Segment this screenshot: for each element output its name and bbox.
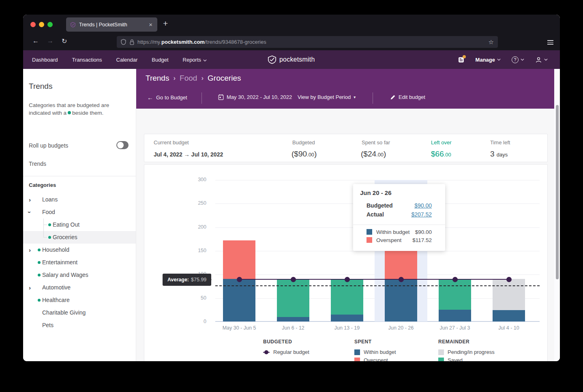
reload-button[interactable]: ↻: [62, 37, 67, 45]
sidebar-item-salary-and-wages[interactable]: Salary and Wages: [23, 269, 136, 281]
new-tab-button[interactable]: +: [163, 19, 168, 28]
pocketsmith-logo[interactable]: pocketsmith: [268, 50, 315, 69]
chevron-right-icon[interactable]: ›: [29, 246, 31, 253]
page-content: Trends Categories that are budgeted are …: [23, 69, 560, 361]
minimize-window-button[interactable]: [39, 22, 44, 27]
chevron-down-icon: [544, 58, 548, 61]
view-by-dropdown[interactable]: View by Budget Period ▾: [298, 94, 356, 100]
chart-tooltip: Jun 20 - 26 Budgeted$90.00Actual$207.52 …: [353, 184, 445, 251]
close-window-button[interactable]: [30, 22, 36, 27]
budgeted-dot: [48, 223, 51, 226]
chevron-down-icon[interactable]: ›: [26, 211, 33, 213]
sidebar-item-label: Eating Out: [53, 221, 79, 228]
tooltip-row-value-link[interactable]: $90.00: [414, 202, 432, 209]
legend-item-label: Saved: [448, 357, 463, 361]
desktop-background: Trends | PocketSmith × + ← → ↻ https://m…: [0, 0, 583, 392]
y-axis-tick-label: 0: [189, 319, 206, 324]
nav-item-dashboard[interactable]: Dashboard: [32, 57, 58, 63]
back-button[interactable]: ←: [32, 37, 39, 45]
nav-item-reports[interactable]: Reports: [183, 57, 207, 63]
bar-segment-saved[interactable]: [331, 279, 363, 315]
sidebar-item-loans[interactable]: ›Loans: [23, 193, 136, 206]
time-left-label: Time left: [490, 139, 510, 146]
sidebar-item-household[interactable]: ›Household: [23, 244, 136, 256]
trends-chart-card: 050100150200250300May 30 - Jun 5Jun 6 - …: [144, 164, 548, 361]
chevron-right-icon[interactable]: ›: [29, 196, 31, 203]
sidebar-item-pets[interactable]: Pets: [23, 319, 136, 332]
sidebar-item-entertainment[interactable]: Entertainment: [23, 256, 136, 269]
sidebar-item-label: Loans: [42, 196, 58, 203]
spent-so-far-value: ($24.00): [361, 150, 386, 159]
bar-segment-within-budget[interactable]: [493, 310, 525, 321]
regular-budget-point[interactable]: [345, 277, 350, 282]
x-axis-tick-label: Jun 6 - 12: [267, 325, 319, 331]
shield-permissions-icon[interactable]: [121, 39, 126, 45]
zoom-window-button[interactable]: [47, 22, 53, 27]
sidebar-item-automotive[interactable]: ›Automotive: [23, 281, 136, 294]
sidebar-item-charitable-giving[interactable]: Charitable Giving: [23, 306, 136, 319]
forward-button[interactable]: →: [47, 37, 54, 45]
legend-item-label: Overspent: [364, 357, 388, 361]
regular-budget-point[interactable]: [291, 277, 296, 282]
sidebar-item-food[interactable]: ›Food: [23, 206, 136, 218]
divider: [23, 176, 136, 176]
browser-tab[interactable]: Trends | PocketSmith ×: [66, 17, 157, 32]
nav-item-calendar[interactable]: Calendar: [116, 57, 138, 63]
budgeted-value: ($90.00): [292, 150, 317, 159]
regular-budget-point[interactable]: [399, 277, 404, 282]
sidebar-item-trends[interactable]: Trends: [29, 161, 46, 167]
bar-segment-saved[interactable]: [277, 279, 309, 317]
sidebar-item-groceries[interactable]: Groceries: [23, 231, 136, 244]
manage-menu[interactable]: Manage: [476, 57, 501, 63]
tooltip-breakdown-label: Overspent: [376, 237, 412, 243]
nav-item-budget[interactable]: Budget: [152, 57, 168, 63]
divider: [353, 225, 445, 225]
lock-icon[interactable]: [130, 39, 134, 45]
tooltip-breakdown-row: Overspent$117.52: [367, 236, 432, 244]
bar-segment-within-budget[interactable]: [331, 315, 363, 322]
bookmark-star-icon[interactable]: ☆: [489, 39, 494, 46]
bar-segment-saved[interactable]: [439, 279, 471, 310]
date-range-picker[interactable]: May 30, 2022 - Jul 10, 2022: [218, 94, 292, 100]
tooltip-row-budgeted: Budgeted$90.00: [367, 201, 432, 210]
budgeted-dot: [38, 274, 41, 276]
x-axis-tick-label: Jun 20 - 26: [375, 325, 427, 331]
regular-budget-point[interactable]: [452, 277, 458, 282]
help-menu[interactable]: ?: [512, 56, 524, 63]
legend-item-within-budget: Within budget: [354, 349, 396, 355]
legend-item-label: Regular budget: [273, 349, 309, 355]
tooltip-breakdown-value: $90.00: [415, 229, 432, 235]
bar-segment-overspent[interactable]: [223, 240, 255, 279]
tooltip-breakdown-row: Within budget$90.00: [367, 228, 432, 236]
breadcrumb-item-trends[interactable]: Trends: [146, 74, 169, 83]
legend-group-title: SPENT: [354, 339, 372, 345]
y-axis-tick-label: 150: [189, 248, 206, 253]
scrollbar-thumb[interactable]: [556, 105, 559, 279]
bar-segment-within-budget[interactable]: [277, 317, 309, 321]
sidebar-item-healthcare[interactable]: Healthcare: [23, 294, 136, 306]
calendar-icon: [218, 94, 224, 100]
regular-budget-point[interactable]: [237, 277, 242, 282]
breadcrumb-separator-icon: ›: [173, 74, 176, 82]
nav-item-transactions[interactable]: Transactions: [72, 57, 102, 63]
url-field[interactable]: https://my.pocketsmith.com/trends/934867…: [117, 36, 498, 48]
rollup-budgets-toggle[interactable]: [116, 141, 129, 149]
tooltip-row-value-link[interactable]: $207.52: [411, 211, 432, 218]
breadcrumb-item-food[interactable]: Food: [180, 74, 197, 83]
y-axis-tick-label: 250: [189, 200, 206, 206]
setup-checklist-icon[interactable]: [458, 56, 465, 63]
menu-icon[interactable]: [547, 39, 553, 46]
sidebar-item-label: Pets: [42, 322, 54, 328]
close-tab-icon[interactable]: ×: [148, 21, 153, 28]
regular-budget-point[interactable]: [506, 277, 512, 282]
sidebar-item-eating-out[interactable]: Eating Out: [23, 218, 136, 231]
budget-summary-card: Current budget Jul 4, 2022 → Jul 10, 202…: [144, 134, 548, 162]
bar-segment-within-budget[interactable]: [439, 310, 471, 321]
edit-budget-button[interactable]: Edit budget: [390, 94, 425, 100]
sidebar-item-label: Healthcare: [42, 297, 70, 303]
bar-segment-pending-in-progress[interactable]: [493, 279, 525, 310]
browser-urlbar: ← → ↻ https://my.pocketsmith.com/trends/…: [23, 34, 560, 50]
account-menu[interactable]: [535, 56, 548, 63]
go-to-budget-button[interactable]: ← Go to Budget: [147, 94, 187, 101]
chevron-right-icon[interactable]: ›: [29, 284, 31, 291]
